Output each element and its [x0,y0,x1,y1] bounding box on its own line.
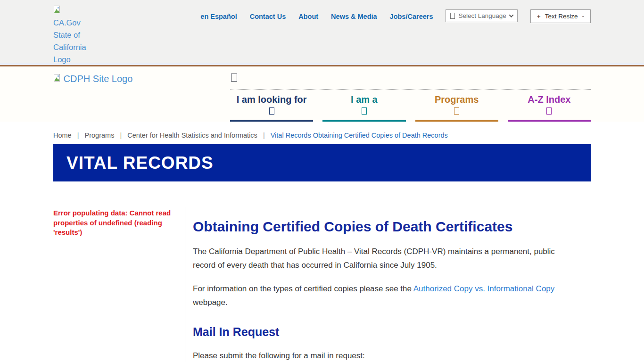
text-resize-label: Text Resize [545,13,578,20]
breadcrumb-programs[interactable]: Programs [85,132,115,139]
nav-link-news-media[interactable]: News & Media [331,9,377,20]
sidebar-error-message: Error populating data: Cannot read prope… [53,208,172,238]
nav-link-about[interactable]: About [298,9,318,20]
breadcrumb: Home | Programs | Center for Health Stat… [53,132,591,139]
breadcrumb-current-page[interactable]: Vital Records Obtaining Certified Copies… [271,132,448,139]
chevron-down-icon [454,107,459,115]
text-resize-control: + Text Resize - [530,9,591,23]
section-banner: VITAL RECORDS [53,144,591,181]
top-nav: en Español Contact Us About News & Media… [200,6,591,23]
chevron-down-icon [362,107,367,115]
text-resize-decrease-button[interactable]: - [582,13,585,20]
info-paragraph-text: webpage. [193,298,228,307]
tab-i-am-looking-for[interactable]: I am looking for [230,94,313,122]
cdph-site-logo-link[interactable]: CDPH Site Logo [53,74,132,122]
page-title: Obtaining Certified Copies of Death Cert… [193,219,577,235]
top-utility-bar: CA.Gov State of California Logo en Españ… [0,0,644,65]
nav-link-en-espanol[interactable]: en Español [200,9,237,20]
tab-i-am-a[interactable]: I am a [322,94,405,122]
nav-link-jobs-careers[interactable]: Jobs/Careers [390,9,433,20]
tab-programs[interactable]: Programs [415,94,498,122]
breadcrumb-home[interactable]: Home [53,132,72,139]
chevron-down-icon [546,107,552,115]
main-content: Obtaining Certified Copies of Death Cert… [185,207,591,362]
section-banner-title: VITAL RECORDS [53,153,214,173]
tab-a-z-index[interactable]: A-Z Index [508,94,591,122]
intro-paragraph: The California Department of Public Heal… [193,245,577,272]
nav-link-contact-us[interactable]: Contact Us [250,9,286,20]
broken-image-icon [53,74,61,84]
breadcrumb-separator: | [263,132,265,139]
globe-icon [450,13,455,19]
site-header: CDPH Site Logo I am looking for I am a P… [0,66,644,122]
primary-nav: I am looking for I am a Programs A-Z Ind… [230,73,591,122]
breadcrumb-separator: | [120,132,122,139]
chevron-down-icon [509,13,513,17]
chevron-down-icon [269,107,274,115]
mail-in-request-intro: Please submit the following for a mail i… [193,349,577,362]
ca-gov-logo-link[interactable]: CA.Gov State of California Logo [53,6,87,66]
breadcrumb-separator: | [77,132,79,139]
text-resize-increase-button[interactable]: + [537,13,541,20]
mail-in-request-heading: Mail In Request [193,325,577,339]
language-selector-label: Select Language [458,12,506,19]
info-paragraph-text: For information on the types of certifie… [193,284,413,293]
info-paragraph: For information on the types of certifie… [193,282,577,309]
breadcrumb-center-health-statistics[interactable]: Center for Health Statistics and Informa… [127,132,257,139]
left-sidebar: Error populating data: Cannot read prope… [53,207,185,362]
cdph-site-logo-alt-text: CDPH Site Logo [64,74,133,84]
language-selector[interactable]: Select Language [446,9,517,22]
broken-image-icon [53,6,61,16]
ca-gov-logo-alt-text: CA.Gov State of California Logo [53,18,86,64]
search-icon[interactable] [231,74,237,82]
authorized-copy-link[interactable]: Authorized Copy vs. Informational Copy [413,284,555,293]
